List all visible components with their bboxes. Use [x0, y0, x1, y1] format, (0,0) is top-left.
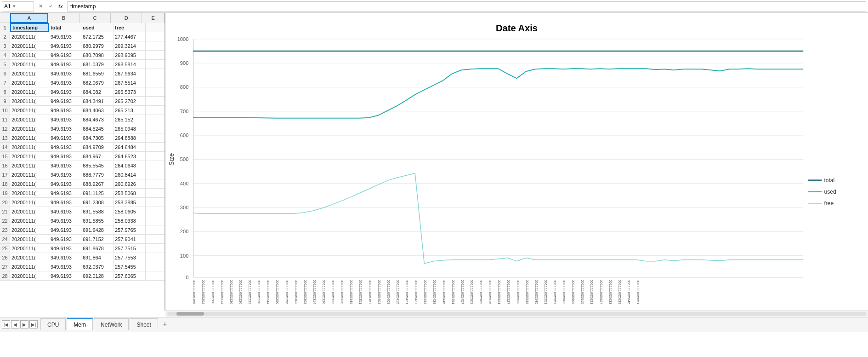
table-cell[interactable]: 20200111( [10, 253, 49, 262]
table-cell[interactable]: 949.6193 [49, 170, 81, 179]
table-cell[interactable]: 680.2979 [81, 41, 113, 50]
table-cell[interactable]: 681.0379 [81, 60, 113, 69]
table-cell[interactable]: 268.9095 [113, 51, 146, 59]
insert-function-button[interactable]: fx [56, 2, 65, 11]
table-cell[interactable]: 688.9267 [81, 179, 113, 188]
table-cell[interactable]: 264.6484 [113, 143, 146, 151]
table-cell[interactable]: 949.6193 [49, 225, 81, 234]
table-cell[interactable]: 685.5545 [81, 161, 113, 170]
cell-reference-box[interactable]: A1 ▼ [2, 1, 34, 12]
table-cell[interactable]: 20200111( [10, 69, 49, 78]
table-cell[interactable]: 949.6193 [49, 152, 81, 161]
table-cell[interactable]: 265.152 [113, 115, 146, 124]
table-cell[interactable]: 257.9765 [113, 225, 146, 234]
add-sheet-button[interactable]: + [159, 318, 171, 330]
table-cell[interactable]: 20200111( [10, 189, 49, 197]
table-cell[interactable]: 684.5245 [81, 124, 113, 133]
table-cell[interactable]: 949.6193 [49, 207, 81, 216]
table-cell[interactable]: 949.6193 [49, 51, 81, 59]
col-header-D[interactable]: D [111, 13, 142, 23]
horizontal-scrollbar[interactable] [165, 311, 868, 317]
table-cell[interactable]: 691.864 [81, 253, 113, 262]
table-cell[interactable]: 20200111( [10, 225, 49, 234]
table-cell[interactable]: 260.8414 [113, 170, 146, 179]
table-cell[interactable]: 949.6193 [49, 235, 81, 243]
table-cell[interactable]: 20200111( [10, 87, 49, 96]
table-cell[interactable]: 691.7152 [81, 235, 113, 243]
table-cell[interactable]: 265.213 [113, 106, 146, 115]
table-cell[interactable]: 949.6193 [49, 271, 81, 280]
confirm-formula-button[interactable]: ✓ [46, 2, 55, 11]
col-header-A[interactable]: A [10, 13, 48, 23]
table-cell[interactable]: 20200111( [10, 235, 49, 243]
table-cell[interactable]: 20200111( [10, 207, 49, 216]
table-cell[interactable]: 20200111( [10, 51, 49, 59]
table-cell[interactable]: 264.6523 [113, 152, 146, 161]
col-header-C[interactable]: C [79, 13, 111, 23]
table-cell[interactable]: 684.967 [81, 152, 113, 161]
table-cell[interactable]: 277.4467 [113, 32, 146, 41]
table-cell[interactable]: 949.6193 [49, 143, 81, 151]
table-cell[interactable]: 684.9709 [81, 143, 113, 151]
table-cell[interactable]: 684.3491 [81, 97, 113, 105]
scroll-track[interactable] [167, 312, 866, 316]
table-cell[interactable]: 20200111( [10, 216, 49, 225]
tab-mem[interactable]: Mem [67, 318, 93, 330]
table-cell[interactable]: 949.6193 [49, 198, 81, 207]
table-cell[interactable]: 20200111( [10, 244, 49, 253]
table-cell[interactable]: 949.6193 [49, 244, 81, 253]
col-header-B[interactable]: B [48, 13, 79, 23]
table-cell[interactable]: used [81, 23, 113, 32]
table-cell[interactable]: 265.0948 [113, 124, 146, 133]
table-cell[interactable]: 949.6193 [49, 87, 81, 96]
table-cell[interactable]: 949.6193 [49, 69, 81, 78]
table-cell[interactable]: 258.0605 [113, 207, 146, 216]
scroll-thumb[interactable] [176, 312, 204, 316]
tab-nav-first-button[interactable]: |◀ [2, 320, 10, 328]
table-cell[interactable]: 20200111( [10, 124, 49, 133]
table-cell[interactable]: 257.6065 [113, 271, 146, 280]
table-cell[interactable]: 20200111( [10, 60, 49, 69]
table-cell[interactable]: 260.6926 [113, 179, 146, 188]
table-cell[interactable]: 949.6193 [49, 124, 81, 133]
table-cell[interactable]: 684.082 [81, 87, 113, 96]
table-cell[interactable]: 258.0338 [113, 216, 146, 225]
table-cell[interactable]: 949.6193 [49, 60, 81, 69]
table-cell[interactable]: 949.6193 [49, 253, 81, 262]
table-cell[interactable]: 680.7098 [81, 51, 113, 59]
table-cell[interactable]: 692.0379 [81, 262, 113, 271]
table-cell[interactable]: 692.0128 [81, 271, 113, 280]
table-cell[interactable]: 684.7305 [81, 133, 113, 142]
table-cell[interactable]: 20200111( [10, 32, 49, 41]
table-cell[interactable]: 949.6193 [49, 106, 81, 115]
table-cell[interactable]: 20200111( [10, 152, 49, 161]
table-cell[interactable]: 672.1725 [81, 32, 113, 41]
tab-cpu[interactable]: CPU [40, 318, 66, 330]
table-cell[interactable]: 20200111( [10, 143, 49, 151]
table-cell[interactable]: 269.3214 [113, 41, 146, 50]
table-cell[interactable]: 257.7515 [113, 244, 146, 253]
table-cell[interactable]: 691.8678 [81, 244, 113, 253]
table-cell[interactable]: 20200111( [10, 161, 49, 170]
table-cell[interactable]: 691.2308 [81, 198, 113, 207]
table-cell[interactable]: 681.6559 [81, 69, 113, 78]
table-cell[interactable]: 949.6193 [49, 97, 81, 105]
table-cell[interactable]: 258.3885 [113, 198, 146, 207]
tab-nav-last-button[interactable]: ▶| [29, 320, 38, 328]
table-cell[interactable]: 949.6193 [49, 216, 81, 225]
table-cell[interactable]: 20200111( [10, 262, 49, 271]
table-cell[interactable]: 265.2702 [113, 97, 146, 105]
table-cell[interactable]: 264.8888 [113, 133, 146, 142]
table-cell[interactable]: free [113, 23, 146, 32]
table-cell[interactable]: 20200111( [10, 170, 49, 179]
table-cell[interactable]: 20200111( [10, 41, 49, 50]
cancel-formula-button[interactable]: ✕ [36, 2, 45, 11]
table-cell[interactable]: 682.0679 [81, 78, 113, 87]
table-cell[interactable]: 257.7553 [113, 253, 146, 262]
table-cell[interactable]: 949.6193 [49, 78, 81, 87]
table-cell[interactable]: 949.6193 [49, 161, 81, 170]
table-cell[interactable]: 684.4673 [81, 115, 113, 124]
table-cell[interactable]: 20200111( [10, 115, 49, 124]
table-cell[interactable]: 691.5855 [81, 216, 113, 225]
table-cell[interactable]: 684.4063 [81, 106, 113, 115]
